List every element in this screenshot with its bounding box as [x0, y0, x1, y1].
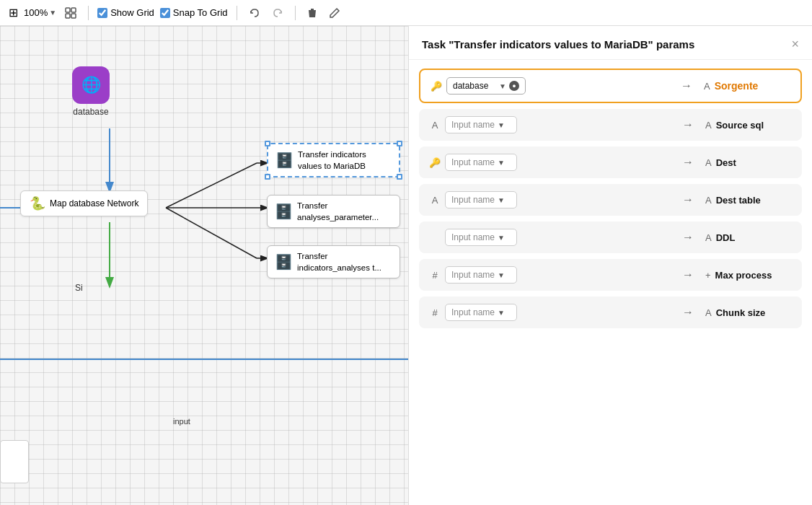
param-dropdown-btn-6[interactable]: ▼ [498, 309, 505, 317]
edit-button[interactable] [326, 6, 343, 20]
param-type-icon-2: 🔑 [429, 157, 441, 168]
param-row-4: Input name ▼ → A DDL [419, 221, 802, 253]
panel-close-button[interactable]: × [791, 38, 799, 50]
zoom-control[interactable]: 100% ▼ [24, 7, 56, 18]
param-right-icon-6: A [705, 307, 712, 318]
param-row-5: # Input name ▼ → + Max process [419, 259, 802, 291]
param-right-0: A Sorgente [704, 80, 790, 92]
transfer2-label: Transfer analyses_parameter... [297, 200, 379, 223]
show-grid-toggle[interactable]: Show Grid [97, 7, 154, 18]
redo-button[interactable] [269, 6, 286, 20]
param-right-icon-1: A [705, 120, 712, 131]
param-right-3: A Dest table [705, 195, 792, 206]
param-dropdown-btn-0[interactable]: ▼ [499, 82, 506, 90]
param-input-wrapper-2[interactable]: Input name ▼ [445, 154, 517, 171]
database-node-label: database [73, 107, 108, 117]
param-left-4: Input name ▼ [429, 229, 671, 246]
param-right-text-1: Source sql [716, 120, 764, 131]
transfer1-label: Transfer indicators values to MariaDB [298, 149, 366, 172]
mini-node [0, 440, 29, 483]
param-arrow-1: → [671, 118, 705, 131]
zoom-level: 100% [24, 7, 48, 18]
fit-screen-button[interactable] [62, 6, 79, 20]
param-row-0: 🔑 database ▼ ● → A Sorgente [419, 69, 802, 103]
transfer3-icon: 🗄️ [275, 253, 293, 271]
separator-1 [88, 6, 89, 20]
svg-rect-2 [66, 14, 70, 18]
param-dropdown-btn-3[interactable]: ▼ [498, 196, 505, 204]
param-input-text-6: Input name [451, 307, 495, 317]
map-node-label: Map database Network [50, 198, 138, 208]
transfer2-icon: 🗄️ [275, 203, 293, 220]
svg-line-6 [166, 163, 257, 208]
param-clear-btn-0[interactable]: ● [509, 81, 519, 91]
sel-handle-tr [397, 141, 402, 146]
snap-to-grid-label: Snap To Grid [173, 7, 228, 18]
param-right-text-5: Max process [715, 270, 772, 281]
param-right-icon-0: A [704, 81, 710, 92]
params-panel: Task "Transfer indicators values to Mari… [408, 26, 812, 505]
transfer2-node[interactable]: 🗄️ Transfer analyses_parameter... [267, 195, 400, 228]
input-label: input [173, 417, 190, 426]
param-right-text-2: Dest [716, 157, 736, 168]
sel-handle-br [397, 174, 402, 180]
param-input-wrapper-6[interactable]: Input name ▼ [445, 304, 517, 321]
snap-to-grid-toggle[interactable]: Snap To Grid [160, 7, 228, 18]
delete-button[interactable] [304, 6, 320, 20]
svg-rect-3 [71, 14, 76, 18]
svg-line-8 [166, 208, 257, 258]
separator-2 [237, 6, 237, 20]
canvas[interactable]: 🌐 database 🐍 Map database Network 🗄️ Tra… [0, 26, 408, 505]
param-dropdown-btn-5[interactable]: ▼ [498, 271, 505, 279]
param-input-wrapper-4[interactable]: Input name ▼ [445, 229, 517, 246]
param-input-text-4: Input name [451, 232, 495, 242]
undo-button[interactable] [246, 6, 263, 20]
show-grid-checkbox[interactable] [97, 8, 107, 18]
transfer3-label: Transfer indicators_analyses t... [297, 250, 381, 273]
param-arrow-4: → [671, 231, 705, 244]
transfer1-icon: 🗄️ [275, 152, 294, 169]
param-input-text-5: Input name [451, 270, 495, 280]
param-right-6: A Chunk size [705, 307, 792, 318]
param-input-text-2: Input name [451, 157, 495, 167]
param-dropdown-btn-1[interactable]: ▼ [498, 121, 505, 129]
param-input-wrapper-1[interactable]: Input name ▼ [445, 116, 517, 133]
param-input-wrapper-5[interactable]: Input name ▼ [445, 266, 517, 284]
param-input-text-3: Input name [451, 195, 495, 205]
param-row-6: # Input name ▼ → A Chunk size [419, 297, 802, 328]
param-dropdown-btn-2[interactable]: ▼ [498, 159, 505, 167]
param-arrow-3: → [671, 193, 705, 206]
sel-handle-bl [265, 174, 270, 180]
param-input-wrapper-0[interactable]: database ▼ ● [446, 77, 526, 95]
param-right-icon-2: A [705, 157, 712, 168]
svg-rect-0 [66, 8, 70, 12]
param-right-text-3: Dest table [716, 195, 761, 206]
panel-body: 🔑 database ▼ ● → A Sorgente A Input name… [409, 60, 812, 337]
param-right-icon-4: A [705, 232, 712, 243]
param-arrow-2: → [671, 156, 705, 169]
main-area: 🌐 database 🐍 Map database Network 🗄️ Tra… [0, 26, 812, 505]
si-label: Si [75, 283, 83, 293]
param-right-text-4: DDL [716, 232, 736, 243]
map-node[interactable]: 🐍 Map database Network [20, 190, 148, 216]
param-type-icon-5: # [429, 270, 441, 281]
param-right-icon-5: + [705, 270, 711, 281]
transfer3-node[interactable]: 🗄️ Transfer indicators_analyses t... [267, 245, 400, 278]
panel-header: Task "Transfer indicators values to Mari… [409, 26, 812, 60]
param-type-icon-0: 🔑 [431, 81, 442, 92]
param-right-5: + Max process [705, 270, 792, 281]
param-left-6: # Input name ▼ [429, 304, 671, 321]
param-right-icon-3: A [705, 195, 712, 206]
param-right-1: A Source sql [705, 120, 792, 131]
snap-to-grid-checkbox[interactable] [160, 8, 170, 18]
param-input-wrapper-3[interactable]: Input name ▼ [445, 191, 517, 208]
param-arrow-6: → [671, 306, 705, 319]
param-right-2: A Dest [705, 157, 792, 168]
transfer1-node[interactable]: 🗄️ Transfer indicators values to MariaDB [267, 143, 400, 177]
toolbar: ⊞ 100% ▼ Show Grid Snap To Grid [0, 0, 812, 26]
svg-rect-1 [71, 8, 76, 12]
param-dropdown-btn-4[interactable]: ▼ [498, 234, 505, 242]
database-icon: 🌐 [72, 66, 110, 104]
separator-3 [295, 6, 296, 20]
database-node[interactable]: 🌐 database [72, 66, 110, 117]
